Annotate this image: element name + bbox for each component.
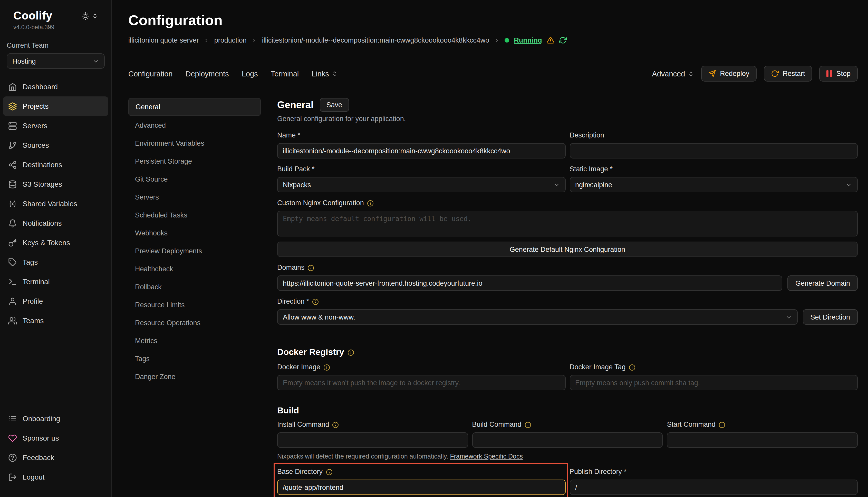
framework-docs-link[interactable]: Framework Specific Docs <box>450 453 523 460</box>
breadcrumb-project[interactable]: illicitonion quote server <box>128 37 199 44</box>
section-title-general: General <box>277 99 314 111</box>
settings-nav-advanced[interactable]: Advanced <box>128 117 261 134</box>
restart-button[interactable]: Restart <box>763 66 812 82</box>
start-command-label: Start Command <box>667 420 716 429</box>
info-icon[interactable] <box>332 421 339 428</box>
sidebar-item-notifications[interactable]: Notifications <box>3 213 108 233</box>
settings-nav-metrics[interactable]: Metrics <box>128 332 261 349</box>
domains-label: Domains <box>277 263 305 272</box>
settings-nav-scheduled-tasks[interactable]: Scheduled Tasks <box>128 207 261 224</box>
domains-input[interactable] <box>277 275 783 291</box>
generate-domain-button[interactable]: Generate Domain <box>788 275 858 291</box>
direction-select[interactable]: Allow www & non-www. <box>277 309 797 325</box>
settings-nav-webhooks[interactable]: Webhooks <box>128 225 261 242</box>
status-running-link[interactable]: Running <box>514 37 542 44</box>
stop-label: Stop <box>836 70 851 77</box>
breadcrumb-application[interactable]: illicitestonion/-module--decomposition:m… <box>262 37 489 44</box>
settings-nav-danger-zone[interactable]: Danger Zone <box>128 368 261 385</box>
field-install-command: Install Command <box>277 420 468 448</box>
settings-nav-rollback[interactable]: Rollback <box>128 279 261 295</box>
tab-terminal[interactable]: Terminal <box>271 70 299 78</box>
build-pack-value: Nixpacks <box>283 181 311 188</box>
info-icon[interactable] <box>367 200 374 207</box>
docker-image-input[interactable] <box>277 375 565 390</box>
info-icon[interactable] <box>524 421 531 428</box>
docker-image-tag-input[interactable] <box>569 375 858 390</box>
sidebar-item-sources[interactable]: Sources <box>3 136 108 155</box>
build-command-input[interactable] <box>472 432 663 448</box>
advanced-dropdown[interactable]: Advanced <box>652 70 694 78</box>
theme-toggle[interactable] <box>82 12 98 20</box>
sidebar-item-keys-tokens[interactable]: Keys & Tokens <box>3 233 108 252</box>
advanced-label: Advanced <box>652 70 685 78</box>
sidebar-item-teams[interactable]: Teams <box>3 311 108 330</box>
sidebar-item-profile[interactable]: Profile <box>3 291 108 311</box>
sidebar-item-sponsor-us[interactable]: Sponsor us <box>3 428 108 448</box>
sidebar-item-logout[interactable]: Logout <box>3 467 108 487</box>
settings-nav-tags[interactable]: Tags <box>128 350 261 367</box>
sidebar-item-dashboard[interactable]: Dashboard <box>3 77 108 96</box>
info-icon[interactable] <box>323 364 330 371</box>
info-icon[interactable] <box>308 265 314 271</box>
rotate-cw-icon <box>771 70 779 77</box>
name-input[interactable] <box>277 143 565 158</box>
settings-nav-resource-limits[interactable]: Resource Limits <box>128 296 261 313</box>
static-image-select[interactable]: nginx:alpine <box>569 177 858 192</box>
info-icon[interactable] <box>719 421 725 428</box>
settings-nav-resource-operations[interactable]: Resource Operations <box>128 314 261 331</box>
info-icon[interactable] <box>326 469 332 475</box>
base-directory-input[interactable] <box>277 480 565 495</box>
sidebar-item-servers[interactable]: Servers <box>3 116 108 136</box>
sidebar-item-destinations[interactable]: Destinations <box>3 155 108 174</box>
build-pack-select[interactable]: Nixpacks <box>277 177 565 192</box>
redeploy-button[interactable]: Redeploy <box>701 66 756 82</box>
app-logo[interactable]: Coolify <box>13 9 52 23</box>
docker-registry-title: Docker Registry <box>277 347 344 357</box>
tab-configuration[interactable]: Configuration <box>128 70 173 78</box>
publish-directory-label: Publish Directory * <box>569 467 626 477</box>
settings-nav-environment-variables[interactable]: Environment Variables <box>128 135 261 152</box>
sidebar-item-projects[interactable]: Projects <box>3 96 108 116</box>
install-command-input[interactable] <box>277 432 468 448</box>
tab-links[interactable]: Links <box>312 70 338 78</box>
info-icon[interactable] <box>348 349 355 356</box>
users-icon <box>8 316 17 325</box>
settings-nav-general[interactable]: General <box>128 98 261 116</box>
save-button[interactable]: Save <box>320 98 349 112</box>
info-icon[interactable] <box>312 298 319 305</box>
breadcrumb-environment[interactable]: production <box>214 37 247 44</box>
sidebar-item-tags[interactable]: Tags <box>3 252 108 272</box>
current-team-label: Current Team <box>0 42 111 49</box>
home-icon <box>8 82 17 91</box>
settings-nav-git-source[interactable]: Git Source <box>128 171 261 188</box>
sidebar-item-onboarding[interactable]: Onboarding <box>3 409 108 428</box>
settings-nav-persistent-storage[interactable]: Persistent Storage <box>128 153 261 170</box>
sidebar-item-shared-variables[interactable]: Shared Variables <box>3 194 108 213</box>
redeploy-label: Redeploy <box>720 70 749 77</box>
start-command-input[interactable] <box>667 432 858 448</box>
field-custom-nginx: Custom Nginx Configuration <box>277 198 858 237</box>
network-icon <box>8 160 17 169</box>
settings-nav-servers[interactable]: Servers <box>128 189 261 206</box>
chevrons-up-down-icon <box>332 71 338 77</box>
sidebar-item-s3-storages[interactable]: S3 Storages <box>3 174 108 194</box>
settings-nav-preview-deployments[interactable]: Preview Deployments <box>128 243 261 259</box>
sidebar-item-terminal[interactable]: Terminal <box>3 272 108 291</box>
description-input[interactable] <box>569 143 858 158</box>
info-icon[interactable] <box>629 364 635 371</box>
stop-button[interactable]: Stop <box>819 66 858 82</box>
sidebar-item-feedback[interactable]: Feedback <box>3 448 108 467</box>
tab-deployments[interactable]: Deployments <box>185 70 229 78</box>
publish-directory-input[interactable] <box>569 480 858 495</box>
team-select[interactable]: Hosting <box>7 53 105 69</box>
refresh-icon[interactable] <box>559 37 567 44</box>
sidebar-item-label: Tags <box>23 258 38 266</box>
generate-nginx-button[interactable]: Generate Default Nginx Configuration <box>277 242 858 257</box>
field-base-directory: Base Directory <box>277 467 565 495</box>
set-direction-button[interactable]: Set Direction <box>802 309 858 325</box>
settings-nav-healthcheck[interactable]: Healthcheck <box>128 260 261 278</box>
tab-logs[interactable]: Logs <box>242 70 258 78</box>
custom-nginx-textarea[interactable] <box>277 211 858 237</box>
docker-image-tag-label: Docker Image Tag <box>569 363 626 372</box>
sidebar-item-label: S3 Storages <box>23 180 62 188</box>
